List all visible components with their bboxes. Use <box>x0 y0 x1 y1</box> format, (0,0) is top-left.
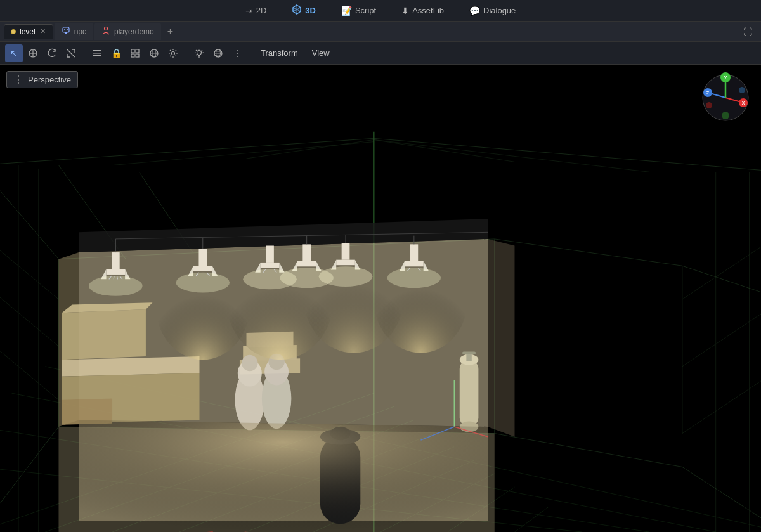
svg-line-88 <box>374 139 649 172</box>
svg-line-31 <box>202 50 202 51</box>
svg-line-123 <box>117 276 117 279</box>
svg-point-145 <box>156 252 250 360</box>
svg-line-48 <box>448 487 515 532</box>
toolbar-separator-1 <box>84 47 84 60</box>
svg-rect-15 <box>93 55 101 56</box>
svg-line-44 <box>179 434 434 532</box>
svg-rect-125 <box>193 266 212 271</box>
svg-line-46 <box>313 460 474 532</box>
svg-marker-89 <box>58 427 494 532</box>
svg-line-66 <box>58 165 126 259</box>
svg-marker-101 <box>243 345 297 361</box>
viewport[interactable]: ⋮ Perspective Z X Y <box>0 65 761 532</box>
menu-3d[interactable]: 3D <box>287 2 321 19</box>
tab-playerdemo[interactable]: playerdemo <box>94 23 161 40</box>
assetlib-icon: ⬇ <box>401 6 409 16</box>
svg-rect-5 <box>65 32 67 34</box>
svg-point-105 <box>242 355 257 371</box>
menu-dialogue-label: Dialogue <box>483 6 516 15</box>
svg-line-42 <box>45 406 394 532</box>
axis-gizmo[interactable]: Z X Y <box>700 72 751 123</box>
svg-point-172 <box>706 102 712 108</box>
fullscreen-button[interactable]: ⛶ <box>738 24 757 39</box>
svg-line-143 <box>407 268 410 271</box>
svg-line-127 <box>196 273 198 276</box>
svg-line-70 <box>58 427 494 434</box>
tool-select[interactable]: ↖ <box>5 44 23 62</box>
svg-line-32 <box>196 54 197 55</box>
menu-script[interactable]: 📝 Script <box>336 3 381 18</box>
tool-more[interactable]: ⋮ <box>228 44 246 62</box>
svg-line-86 <box>247 139 374 159</box>
svg-rect-34 <box>198 56 200 56</box>
svg-line-53 <box>45 367 761 532</box>
svg-line-68 <box>682 266 761 299</box>
tab-level[interactable]: level ✕ <box>4 24 53 39</box>
svg-point-136 <box>280 268 334 288</box>
svg-point-8 <box>105 27 108 30</box>
svg-line-47 <box>380 474 495 532</box>
svg-marker-99 <box>62 302 153 313</box>
tab-bar: level ✕ npc playerdemo + ⛶ <box>0 22 761 42</box>
tool-lock[interactable]: 🔒 <box>107 44 125 62</box>
svg-rect-114 <box>320 437 360 524</box>
svg-rect-129 <box>266 245 274 262</box>
svg-line-57 <box>0 138 374 165</box>
svg-line-73 <box>0 427 58 532</box>
svg-line-43 <box>112 420 414 532</box>
svg-point-6 <box>64 29 65 30</box>
svg-point-147 <box>303 239 404 353</box>
perspective-text: Perspective <box>28 75 71 84</box>
menu-dialogue[interactable]: 💬 Dialogue <box>464 3 521 18</box>
svg-point-111 <box>460 422 479 432</box>
svg-point-107 <box>264 358 289 385</box>
svg-marker-93 <box>58 252 79 427</box>
svg-point-142 <box>387 268 441 288</box>
svg-line-71 <box>495 434 682 467</box>
tab-add-button[interactable]: + <box>162 25 178 39</box>
svg-marker-100 <box>240 358 300 374</box>
svg-marker-96 <box>62 373 200 423</box>
svg-line-12 <box>67 49 75 57</box>
tool-globe[interactable] <box>209 44 227 62</box>
svg-line-81 <box>682 299 761 367</box>
svg-line-128 <box>207 273 209 276</box>
script-icon: 📝 <box>341 6 352 16</box>
svg-point-148 <box>374 245 467 353</box>
svg-point-23 <box>172 51 175 55</box>
perspective-label[interactable]: ⋮ Perspective <box>6 71 78 88</box>
svg-point-108 <box>268 354 284 370</box>
tab-npc[interactable]: npc <box>55 23 93 40</box>
svg-line-75 <box>0 279 58 346</box>
svg-rect-117 <box>112 252 120 269</box>
tool-list[interactable] <box>88 44 106 62</box>
menu-3d-label: 3D <box>305 6 316 15</box>
svg-point-7 <box>67 29 68 30</box>
svg-rect-13 <box>93 50 101 51</box>
svg-line-72 <box>682 467 761 532</box>
tab-level-close[interactable]: ✕ <box>39 27 46 36</box>
tool-scale[interactable] <box>62 44 80 62</box>
tool-light[interactable] <box>190 44 208 62</box>
tool-view[interactable]: View <box>306 46 336 60</box>
tool-transform[interactable]: Transform <box>254 46 304 60</box>
tool-group[interactable] <box>126 44 144 62</box>
svg-marker-91 <box>79 239 488 427</box>
tool-move-pivot[interactable] <box>24 44 42 62</box>
tab-npc-icon <box>62 26 70 37</box>
svg-line-58 <box>374 138 761 172</box>
menu-2d[interactable]: ⇥ 2D <box>240 3 272 18</box>
svg-rect-130 <box>261 263 280 268</box>
svg-line-41 <box>0 393 374 532</box>
svg-point-139 <box>319 266 373 287</box>
tool-rotate[interactable] <box>43 44 61 62</box>
tool-settings2[interactable] <box>164 44 182 62</box>
tool-sphere[interactable] <box>145 44 163 62</box>
svg-point-119 <box>89 276 143 296</box>
svg-line-82 <box>682 367 761 434</box>
menu-assetlib[interactable]: ⬇ AssetLib <box>396 3 449 18</box>
tab-level-label: level <box>20 27 36 36</box>
svg-text:Z: Z <box>706 91 710 95</box>
svg-rect-116 <box>330 427 351 440</box>
svg-line-52 <box>11 393 715 532</box>
